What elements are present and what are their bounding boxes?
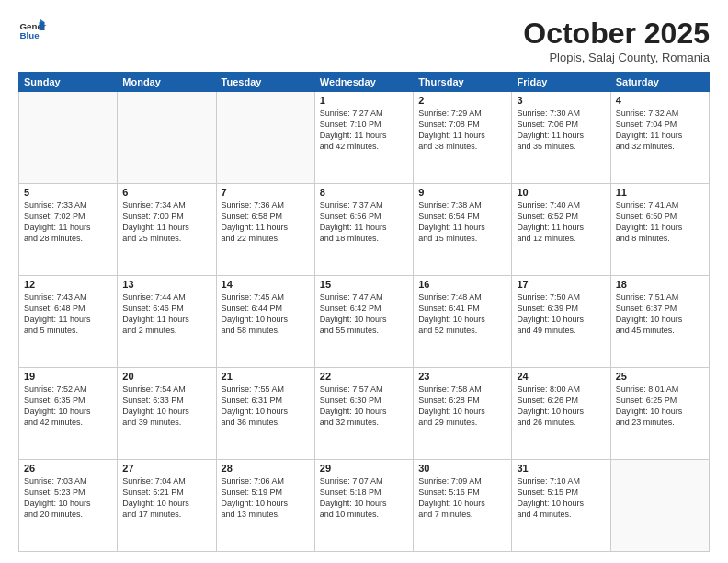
calendar-cell: 7Sunrise: 7:36 AM Sunset: 6:58 PM Daylig… (216, 184, 314, 276)
day-number: 12 (24, 279, 112, 290)
day-info: Sunrise: 7:37 AM Sunset: 6:56 PM Dayligh… (320, 200, 408, 245)
day-info: Sunrise: 7:58 AM Sunset: 6:28 PM Dayligh… (418, 384, 506, 429)
calendar-cell: 5Sunrise: 7:33 AM Sunset: 7:02 PM Daylig… (19, 184, 118, 276)
day-number: 1 (320, 95, 408, 106)
calendar-cell: 8Sunrise: 7:37 AM Sunset: 6:56 PM Daylig… (314, 184, 413, 276)
calendar-cell: 24Sunrise: 8:00 AM Sunset: 6:26 PM Dayli… (512, 368, 610, 460)
calendar-cell (216, 92, 314, 184)
day-number: 8 (320, 187, 408, 198)
calendar-cell: 14Sunrise: 7:45 AM Sunset: 6:44 PM Dayli… (216, 276, 314, 368)
day-number: 26 (24, 463, 112, 474)
day-info: Sunrise: 7:54 AM Sunset: 6:33 PM Dayligh… (122, 384, 210, 429)
day-info: Sunrise: 8:01 AM Sunset: 6:25 PM Dayligh… (616, 384, 704, 429)
day-number: 4 (616, 95, 704, 106)
weekday-wednesday: Wednesday (314, 73, 413, 92)
day-number: 21 (222, 371, 310, 382)
day-number: 11 (616, 187, 704, 198)
calendar-cell: 19Sunrise: 7:52 AM Sunset: 6:35 PM Dayli… (19, 368, 118, 460)
calendar-cell: 22Sunrise: 7:57 AM Sunset: 6:30 PM Dayli… (314, 368, 413, 460)
day-info: Sunrise: 7:55 AM Sunset: 6:31 PM Dayligh… (222, 384, 310, 429)
calendar-title: October 2025 (523, 17, 710, 51)
weekday-monday: Monday (118, 73, 216, 92)
day-number: 5 (24, 187, 112, 198)
day-info: Sunrise: 7:36 AM Sunset: 6:58 PM Dayligh… (222, 200, 310, 245)
calendar-cell: 12Sunrise: 7:43 AM Sunset: 6:48 PM Dayli… (19, 276, 118, 368)
day-number: 25 (616, 371, 704, 382)
weekday-tuesday: Tuesday (216, 73, 314, 92)
calendar-cell (610, 460, 709, 552)
day-info: Sunrise: 7:30 AM Sunset: 7:06 PM Dayligh… (517, 108, 605, 153)
weekday-sunday: Sunday (19, 73, 118, 92)
calendar-cell: 21Sunrise: 7:55 AM Sunset: 6:31 PM Dayli… (216, 368, 314, 460)
day-number: 22 (320, 371, 408, 382)
calendar-cell: 10Sunrise: 7:40 AM Sunset: 6:52 PM Dayli… (512, 184, 610, 276)
calendar-cell: 31Sunrise: 7:10 AM Sunset: 5:15 PM Dayli… (512, 460, 610, 552)
calendar-location: Plopis, Salaj County, Romania (523, 51, 710, 64)
day-number: 16 (418, 279, 506, 290)
logo: General Blue (18, 17, 46, 44)
calendar-cell: 3Sunrise: 7:30 AM Sunset: 7:06 PM Daylig… (512, 92, 610, 184)
calendar-cell: 11Sunrise: 7:41 AM Sunset: 6:50 PM Dayli… (610, 184, 709, 276)
day-info: Sunrise: 7:48 AM Sunset: 6:41 PM Dayligh… (418, 292, 506, 337)
title-block: October 2025 Plopis, Salaj County, Roman… (523, 17, 710, 64)
day-info: Sunrise: 7:47 AM Sunset: 6:42 PM Dayligh… (320, 292, 408, 337)
day-number: 27 (122, 463, 210, 474)
calendar-cell: 15Sunrise: 7:47 AM Sunset: 6:42 PM Dayli… (314, 276, 413, 368)
day-info: Sunrise: 7:04 AM Sunset: 5:21 PM Dayligh… (122, 476, 210, 521)
week-row-4: 26Sunrise: 7:03 AM Sunset: 5:23 PM Dayli… (19, 460, 710, 552)
day-number: 23 (418, 371, 506, 382)
day-info: Sunrise: 7:45 AM Sunset: 6:44 PM Dayligh… (222, 292, 310, 337)
calendar-cell: 16Sunrise: 7:48 AM Sunset: 6:41 PM Dayli… (414, 276, 512, 368)
week-row-0: 1Sunrise: 7:27 AM Sunset: 7:10 PM Daylig… (19, 92, 710, 184)
calendar-cell: 13Sunrise: 7:44 AM Sunset: 6:46 PM Dayli… (118, 276, 216, 368)
calendar-cell: 26Sunrise: 7:03 AM Sunset: 5:23 PM Dayli… (19, 460, 118, 552)
day-info: Sunrise: 7:43 AM Sunset: 6:48 PM Dayligh… (24, 292, 112, 337)
day-info: Sunrise: 7:52 AM Sunset: 6:35 PM Dayligh… (24, 384, 112, 429)
day-number: 7 (222, 187, 310, 198)
day-number: 10 (517, 187, 605, 198)
calendar-cell: 30Sunrise: 7:09 AM Sunset: 5:16 PM Dayli… (414, 460, 512, 552)
page: General Blue October 2025 Plopis, Salaj … (0, 0, 728, 563)
day-info: Sunrise: 7:44 AM Sunset: 6:46 PM Dayligh… (122, 292, 210, 337)
weekday-saturday: Saturday (610, 73, 709, 92)
day-number: 28 (222, 463, 310, 474)
calendar-table: SundayMondayTuesdayWednesdayThursdayFrid… (18, 72, 710, 552)
calendar-cell: 9Sunrise: 7:38 AM Sunset: 6:54 PM Daylig… (414, 184, 512, 276)
day-info: Sunrise: 7:41 AM Sunset: 6:50 PM Dayligh… (616, 200, 704, 245)
calendar-cell: 6Sunrise: 7:34 AM Sunset: 7:00 PM Daylig… (118, 184, 216, 276)
day-number: 9 (418, 187, 506, 198)
day-info: Sunrise: 8:00 AM Sunset: 6:26 PM Dayligh… (517, 384, 605, 429)
calendar-cell: 25Sunrise: 8:01 AM Sunset: 6:25 PM Dayli… (610, 368, 709, 460)
day-info: Sunrise: 7:57 AM Sunset: 6:30 PM Dayligh… (320, 384, 408, 429)
day-number: 13 (122, 279, 210, 290)
day-number: 24 (517, 371, 605, 382)
day-info: Sunrise: 7:27 AM Sunset: 7:10 PM Dayligh… (320, 108, 408, 153)
weekday-thursday: Thursday (414, 73, 512, 92)
day-number: 17 (517, 279, 605, 290)
calendar-cell: 28Sunrise: 7:06 AM Sunset: 5:19 PM Dayli… (216, 460, 314, 552)
day-info: Sunrise: 7:33 AM Sunset: 7:02 PM Dayligh… (24, 200, 112, 245)
calendar-cell: 27Sunrise: 7:04 AM Sunset: 5:21 PM Dayli… (118, 460, 216, 552)
day-info: Sunrise: 7:07 AM Sunset: 5:18 PM Dayligh… (320, 476, 408, 521)
day-number: 20 (122, 371, 210, 382)
day-info: Sunrise: 7:06 AM Sunset: 5:19 PM Dayligh… (222, 476, 310, 521)
calendar-cell (19, 92, 118, 184)
day-number: 18 (616, 279, 704, 290)
day-info: Sunrise: 7:34 AM Sunset: 7:00 PM Dayligh… (122, 200, 210, 245)
day-info: Sunrise: 7:10 AM Sunset: 5:15 PM Dayligh… (517, 476, 605, 521)
day-info: Sunrise: 7:32 AM Sunset: 7:04 PM Dayligh… (616, 108, 704, 153)
day-number: 14 (222, 279, 310, 290)
day-info: Sunrise: 7:03 AM Sunset: 5:23 PM Dayligh… (24, 476, 112, 521)
day-info: Sunrise: 7:51 AM Sunset: 6:37 PM Dayligh… (616, 292, 704, 337)
day-info: Sunrise: 7:38 AM Sunset: 6:54 PM Dayligh… (418, 200, 506, 245)
day-info: Sunrise: 7:50 AM Sunset: 6:39 PM Dayligh… (517, 292, 605, 337)
week-row-1: 5Sunrise: 7:33 AM Sunset: 7:02 PM Daylig… (19, 184, 710, 276)
calendar-cell: 23Sunrise: 7:58 AM Sunset: 6:28 PM Dayli… (414, 368, 512, 460)
day-info: Sunrise: 7:09 AM Sunset: 5:16 PM Dayligh… (418, 476, 506, 521)
day-number: 30 (418, 463, 506, 474)
svg-text:Blue: Blue (20, 30, 40, 40)
day-info: Sunrise: 7:40 AM Sunset: 6:52 PM Dayligh… (517, 200, 605, 245)
day-number: 29 (320, 463, 408, 474)
day-number: 6 (122, 187, 210, 198)
calendar-cell: 20Sunrise: 7:54 AM Sunset: 6:33 PM Dayli… (118, 368, 216, 460)
